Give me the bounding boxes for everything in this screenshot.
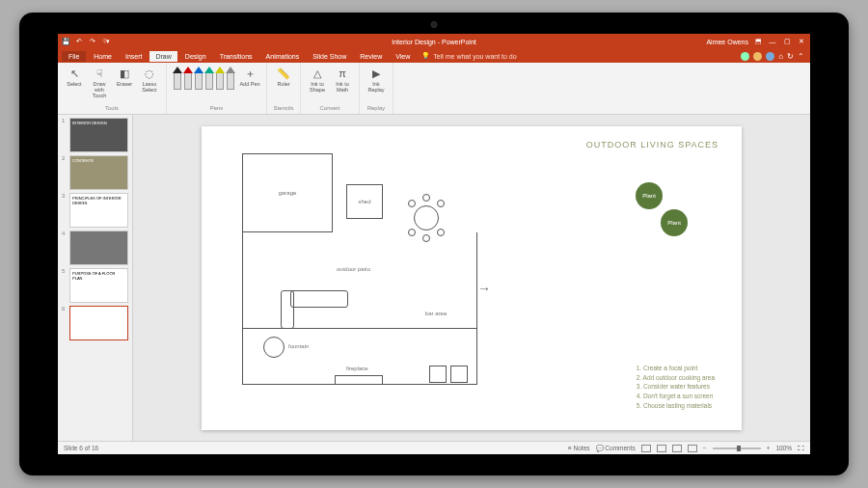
ink-replay-button[interactable]: ▶Ink Replay [366,67,387,93]
slide-thumbnail[interactable]: PURPOSE OF A FLOOR PLAN [69,268,128,303]
workspace: 1INTERIOR DESIGN2CONTENTS3PRINCIPLES OF … [58,115,810,441]
zoom-in-icon[interactable]: + [767,445,771,451]
comments-button[interactable]: 💬 Comments [596,445,636,452]
replay-icon: ▶ [369,67,383,80]
plant-shape[interactable]: Plant [636,182,663,209]
touch-icon: ☟ [93,67,106,80]
chair-shape [422,234,430,242]
ribbon-options-icon[interactable]: ⬒ [753,38,763,45]
label-fountain: fountain [288,343,309,349]
eraser-icon: ◧ [118,67,131,80]
touch-mode-icon[interactable]: ☟▾ [102,38,110,45]
slide-thumbnail[interactable] [69,230,128,265]
tip-line: 2. Add outdoor cooking area [637,373,715,383]
thumb-number: 2 [62,155,68,190]
ribbon-group-convert: △Ink to Shape πInk to Math Convert [301,63,360,114]
chair-shape [422,194,430,202]
arrow-icon: → [477,281,491,296]
label-patio: outdoor patio [337,266,370,272]
eraser-button[interactable]: ◧Eraser [114,67,135,87]
add-pen-button[interactable]: ＋Add Pen [239,67,260,87]
tab-draw[interactable]: Draw [149,51,176,62]
lightbulb-icon: 💡 [421,52,430,60]
pen-swatch[interactable] [194,67,203,92]
select-button[interactable]: ↖Select [64,67,85,87]
zoom-level[interactable]: 100% [775,445,792,451]
zoom-slider[interactable] [713,447,761,449]
presence-avatar[interactable] [766,52,774,61]
maximize-icon[interactable]: ▢ [782,38,792,45]
fit-window-icon[interactable]: ⛶ [798,445,804,451]
tab-slideshow[interactable]: Slide Show [307,51,352,62]
plus-icon: ＋ [243,67,257,80]
pen-swatch[interactable] [226,67,235,92]
tips-list: 1. Create a focal point2. Add outdoor co… [637,364,715,411]
presence-avatar[interactable] [741,52,749,61]
slide[interactable]: OUTDOOR LIVING SPACES garage shed outdoo… [202,126,742,430]
ink-to-shape-button[interactable]: △Ink to Shape [307,67,328,93]
presence-avatar[interactable] [753,52,762,61]
window-title: Interior Design - PowerPoint [392,39,476,45]
ribbon-group-replay: ▶Ink Replay Replay [360,63,393,114]
tab-transitions[interactable]: Transitions [214,51,258,62]
save-icon[interactable]: 💾 [62,38,69,45]
thumb-number: 1 [62,118,68,152]
chair-shape [437,200,445,207]
table-shape [414,205,439,230]
slide-thumbnail[interactable]: PRINCIPLES OF INTERIOR DESIGN [69,193,128,228]
lasso-button[interactable]: ◌Lasso Select [139,67,160,93]
group-label: Convert [319,105,339,112]
minimize-icon[interactable]: — [768,39,777,45]
cursor-icon: ↖ [68,67,81,80]
sofa-shape [290,290,348,308]
ruler-button[interactable]: 📏Ruler [273,67,294,87]
user-name[interactable]: Aimee Owens [706,39,748,45]
thumb-number: 6 [62,306,68,340]
tab-review[interactable]: Review [354,51,388,62]
normal-view-icon[interactable] [641,445,651,452]
label-fireplace: fireplace [346,366,368,371]
ribbon: ↖Select ☟Draw with Touch ◧Eraser ◌Lasso … [58,63,810,115]
group-label: Tools [105,105,119,112]
tab-animations[interactable]: Animations [260,51,306,62]
pen-swatch[interactable] [183,67,193,92]
tip-line: 3. Consider water features [637,382,715,392]
history-icon[interactable]: ↻ [787,52,794,61]
slide-canvas-area: OUTDOOR LIVING SPACES garage shed outdoo… [133,115,810,441]
share-icon[interactable]: ⌂ [778,52,783,61]
slide-thumbnail[interactable]: INTERIOR DESIGN [69,118,128,152]
redo-icon[interactable]: ↷ [89,38,96,45]
pen-swatch[interactable] [204,67,214,92]
zoom-out-icon[interactable]: − [703,445,707,451]
pen-gallery[interactable]: ＋Add Pen [173,67,260,92]
sofa-shape [281,290,294,329]
slide-thumbnail-panel[interactable]: 1INTERIOR DESIGN2CONTENTS3PRINCIPLES OF … [58,115,133,441]
pen-swatch[interactable] [173,67,182,92]
pen-swatch[interactable] [215,67,225,92]
thumb-number: 5 [62,268,68,303]
fireplace-shape [335,375,383,385]
tab-insert[interactable]: Insert [120,51,149,62]
undo-icon[interactable]: ↶ [75,38,83,45]
slide-thumbnail[interactable]: CONTENTS [69,155,128,190]
tab-design[interactable]: Design [179,51,212,62]
sorter-view-icon[interactable] [657,445,666,452]
slide-thumbnail[interactable] [69,306,128,340]
plant-shape[interactable]: Plant [661,209,688,236]
chair-shape [408,229,416,236]
tab-view[interactable]: View [390,51,416,62]
notes-button[interactable]: ≡ Notes [568,445,590,451]
tell-me-search[interactable]: 💡 Tell me what you want to do [421,52,516,60]
comments-icon[interactable]: ⌃ [798,52,804,61]
ink-to-math-button[interactable]: πInk to Math [332,67,353,93]
tab-file[interactable]: File [62,51,86,62]
reading-view-icon[interactable] [672,445,682,452]
tell-me-label: Tell me what you want to do [433,53,516,60]
tab-home[interactable]: Home [88,51,118,62]
close-icon[interactable]: ✕ [797,38,806,45]
slide-counter[interactable]: Slide 6 of 16 [64,445,98,451]
slideshow-view-icon[interactable] [688,445,697,452]
draw-touch-button[interactable]: ☟Draw with Touch [89,67,110,98]
tip-line: 1. Create a focal point [637,364,715,373]
ribbon-tabs: File Home Insert Draw Design Transitions… [58,49,810,63]
